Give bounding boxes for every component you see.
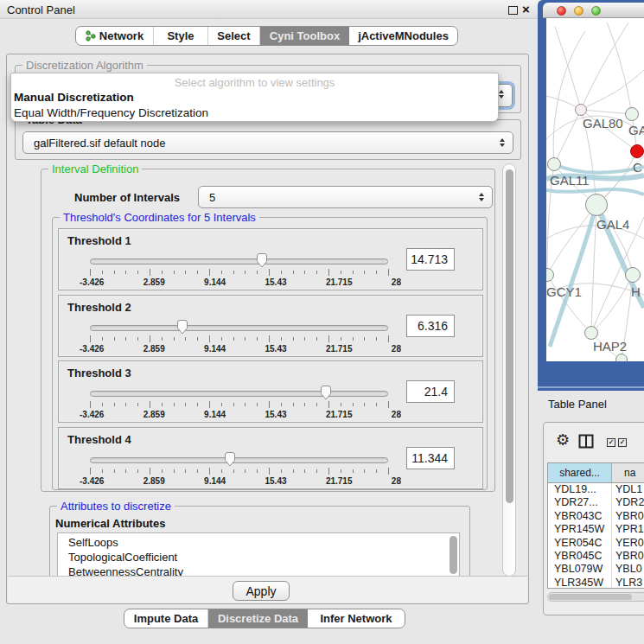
table-hscrollbar[interactable]: [547, 592, 644, 602]
gear-icon[interactable]: ⚙: [556, 430, 570, 450]
tab-cyni-toolbox[interactable]: Cyni Toolbox: [260, 27, 349, 45]
threshold-slider[interactable]: -3.4262.8599.14415.4321.71528: [90, 450, 388, 488]
close-traffic-light-icon[interactable]: [557, 6, 566, 16]
dropdown-item-equal-width[interactable]: Equal Width/Frequency Discretization: [11, 105, 498, 120]
cell-name[interactable]: YER0: [612, 537, 644, 550]
combo-stepper-icon: [500, 138, 505, 147]
axis-tick-label: -3.426: [80, 277, 104, 287]
slider-axis: -3.4262.8599.14415.4321.71528: [80, 476, 401, 486]
network-node[interactable]: [625, 107, 639, 121]
cell-name[interactable]: YBR0: [612, 510, 644, 523]
settings-scroll-viewport: Interval Definition Number of Intervals …: [11, 163, 502, 577]
table-row[interactable]: YBL079W YBL0: [548, 563, 644, 576]
dropdown-item-manual[interactable]: Manual Discretization: [11, 89, 498, 105]
table-row[interactable]: YDL19... YDL1: [548, 483, 644, 496]
attribute-list-item[interactable]: TopologicalCoefficient: [68, 550, 459, 564]
attribute-list-item[interactable]: BetweennessCentrality: [68, 564, 459, 577]
threshold-value-field[interactable]: 21.4: [406, 380, 455, 403]
tab-select[interactable]: Select: [208, 27, 260, 45]
columns-icon[interactable]: [578, 434, 594, 449]
cell-shared-name[interactable]: YBL079W: [548, 563, 612, 576]
zoom-traffic-light-icon[interactable]: [591, 6, 601, 16]
tab-style[interactable]: Style: [154, 27, 208, 45]
group-title: Threshold's Coordinates for 5 Intervals: [60, 211, 259, 224]
threshold-value-field[interactable]: 11.344: [406, 447, 455, 469]
network-node[interactable]: [630, 144, 644, 158]
column-header-shared-name[interactable]: shared...: [548, 463, 612, 482]
slider-thumb[interactable]: [175, 319, 189, 335]
slider-thumb[interactable]: [223, 451, 237, 468]
select-columns-icons[interactable]: ✓ ✓: [607, 438, 627, 447]
network-node-label: GAL80: [583, 116, 623, 131]
tab-jactivemnodules[interactable]: jActiveMNodules: [349, 27, 457, 45]
threshold-panel: Threshold 1: [58, 228, 483, 290]
float-window-icon[interactable]: [508, 6, 518, 15]
cell-name[interactable]: YDR2: [612, 496, 644, 509]
cell-shared-name[interactable]: YDR27...: [548, 496, 612, 509]
table-hscrollbar-thumb[interactable]: [549, 594, 632, 600]
threshold-value-field[interactable]: 14.713: [406, 248, 455, 271]
cell-shared-name[interactable]: YPR145W: [548, 523, 612, 536]
slider-ticks: [90, 401, 388, 408]
slider-axis: -3.4262.8599.14415.4321.71528: [80, 277, 401, 287]
cell-name[interactable]: YDL1: [612, 483, 644, 496]
group-title: Discretization Algorithm: [22, 59, 147, 72]
table-row[interactable]: YER054C YER0: [548, 537, 644, 550]
axis-tick-label: 28: [392, 344, 401, 354]
threshold-panel: Threshold 4: [58, 427, 483, 489]
table-row[interactable]: YDR27... YDR2: [548, 496, 644, 509]
network-canvas[interactable]: GAL80GALCGAL11GAL4GCY1HHAP2: [546, 18, 644, 361]
cell-name[interactable]: YBL0: [612, 563, 644, 576]
attribute-list-item[interactable]: SelfLoops: [68, 535, 459, 550]
axis-tick-label: 28: [392, 476, 401, 486]
close-icon[interactable]: ×: [522, 1, 530, 18]
tab-discretize-data[interactable]: Discretize Data: [208, 609, 308, 628]
cell-name[interactable]: YBR0: [612, 550, 644, 563]
cell-shared-name[interactable]: YLR345W: [548, 577, 612, 589]
cell-shared-name[interactable]: YDL19...: [548, 483, 612, 496]
attribute-items: SelfLoopsTopologicalCoefficientBetweenne…: [68, 535, 459, 577]
tab-infer-network[interactable]: Infer Network: [308, 609, 405, 628]
table-row[interactable]: YPR145W YPR1: [548, 523, 644, 536]
combo-value: 5: [209, 191, 215, 204]
table-data-combobox[interactable]: galFiltered.sif default node: [22, 131, 513, 154]
network-window-titlebar: [543, 3, 644, 18]
table-row[interactable]: YBR043C YBR0: [548, 510, 644, 523]
cell-name[interactable]: YPR1: [612, 523, 644, 536]
network-node[interactable]: [615, 354, 628, 361]
threshold-value-field[interactable]: 6.316: [406, 315, 455, 337]
combo-stepper-icon: [499, 90, 504, 99]
network-node[interactable]: [585, 194, 608, 216]
slider-thumb[interactable]: [255, 252, 269, 269]
column-header-name[interactable]: na: [612, 463, 644, 482]
network-node[interactable]: [625, 267, 641, 283]
threshold-slider[interactable]: -3.4262.8599.14415.4321.71528: [90, 252, 388, 290]
minimize-traffic-light-icon[interactable]: [574, 6, 583, 16]
node-table: shared... na YDL19... YDL1 YDR27... YDR2: [547, 462, 644, 589]
cell-shared-name[interactable]: YER054C: [548, 537, 612, 550]
apply-button[interactable]: Apply: [233, 581, 290, 601]
slider-thumb[interactable]: [319, 385, 333, 401]
slider-track[interactable]: [90, 457, 388, 463]
network-node[interactable]: [546, 268, 554, 282]
axis-tick-label: 21.715: [326, 344, 353, 354]
scrollbar-thumb[interactable]: [506, 169, 513, 503]
network-node[interactable]: [584, 326, 598, 340]
cell-shared-name[interactable]: YBR045C: [548, 550, 612, 563]
cell-shared-name[interactable]: YBR043C: [548, 510, 612, 523]
network-node[interactable]: [547, 157, 561, 171]
table-row[interactable]: YBR045C YBR0: [548, 550, 644, 563]
threshold-slider[interactable]: -3.4262.8599.14415.4321.71528: [90, 318, 388, 356]
slider-track[interactable]: [90, 391, 388, 397]
slider-track[interactable]: [90, 258, 388, 265]
tab-network[interactable]: Network: [76, 27, 154, 45]
network-node[interactable]: [575, 104, 587, 116]
list-scrollbar-thumb[interactable]: [450, 536, 457, 574]
table-row[interactable]: YLR345W YLR3: [548, 577, 644, 589]
tab-impute-data[interactable]: Impute Data: [124, 609, 208, 628]
number-of-intervals-combobox[interactable]: 5: [198, 186, 493, 208]
cell-name[interactable]: YLR3: [612, 577, 644, 589]
slider-track[interactable]: [90, 325, 388, 331]
threshold-slider[interactable]: -3.4262.8599.14415.4321.71528: [90, 384, 388, 422]
settings-scrollbar[interactable]: [502, 163, 516, 577]
